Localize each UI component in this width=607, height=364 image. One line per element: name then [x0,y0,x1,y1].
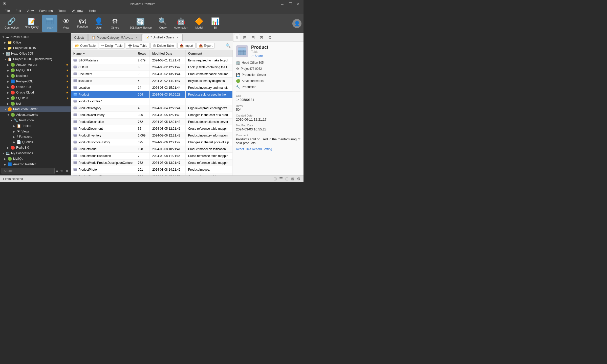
view-list-icon[interactable]: ☰ [279,176,283,182]
table-row[interactable]: Culture 8 2024-03-02 12:21:42 Lookup tab… [71,64,233,71]
star-filter-icon[interactable]: ☆ [60,168,64,173]
table-row[interactable]: ProductInventory 1,069 2024-03-06 12:21:… [71,132,233,139]
table-row[interactable]: ProductModelIllustration 7 2024-03-08 11… [71,153,233,160]
sidebar-item-oracle-cloud[interactable]: ▶ 🔴 Oracle Cloud ★ [0,90,71,95]
menu-edit[interactable]: Edit [13,8,24,13]
toolbar-connection[interactable]: 🔗 Connection [2,15,21,32]
sidebar-item-queries[interactable]: ▶ 📄 Queries [0,139,71,145]
import-button[interactable]: 📥 Import [177,43,196,49]
table-row[interactable]: ProductListPriceHistory 395 2024-03-06 1… [71,139,233,146]
reset-limit-link[interactable]: Reset Limit Record Setting [236,147,300,151]
sidebar-item-mysql81[interactable]: ▶ 🟢 MySQL 8.1 ★ [0,67,71,73]
export-button[interactable]: 📤 Export [197,43,215,49]
toolbar-others[interactable]: ⚙ Others [107,15,123,32]
menu-view[interactable]: View [24,8,36,13]
search-input[interactable] [2,168,55,174]
col-rows[interactable]: Rows [135,50,150,57]
table-row[interactable]: ProductDescription 762 2024-03-05 12:21:… [71,119,233,125]
sidebar-item-production[interactable]: ▼ 🔧 Production [0,118,71,123]
info-tab-info[interactable]: ℹ [234,34,240,41]
toolbar-new-query[interactable]: 📝 New Query [22,15,41,32]
table-row[interactable]: ProductCostHistory 395 2024-03-05 12:21:… [71,112,233,119]
menu-favorites[interactable]: Favorites [37,8,55,13]
table-row[interactable]: ProductProductPhoto 504 2024-03-08 15:21… [71,173,233,176]
cell-name: ProductModelIllustration [71,153,135,160]
design-table-button[interactable]: ✏ Design Table [99,43,125,49]
table-row[interactable]: ProductDocument 32 2024-03-05 12:21:41 C… [71,125,233,132]
menu-file[interactable]: File [2,8,12,13]
sidebar-item-amazon-redshift[interactable]: ▶ 🟦 Amazon Redshift [0,162,71,166]
tab-query-close[interactable]: ✕ [176,36,179,39]
filter-icon[interactable]: ≡ [56,168,59,173]
col-modified[interactable]: Modified Date [149,50,185,57]
toolbar-model[interactable]: 🔶 Model [192,15,207,32]
close-button[interactable]: ✕ [295,1,301,6]
new-table-button[interactable]: ➕ New Table [126,43,149,49]
info-tab-preview[interactable]: ⊟ [249,34,257,41]
table-row[interactable]: Product - Profile 1 [71,98,233,105]
table-row[interactable]: Product 504 2024-03-03 10:55:28 Products… [71,91,233,98]
maximize-button[interactable]: 🗖 [287,1,293,6]
sidebar-item-oracle19c[interactable]: ▶ 🔴 Oracle 19c ★ [0,84,71,90]
info-tab-ddl[interactable]: ⊞ [241,34,248,41]
toolbar-table[interactable]: Table [42,15,57,32]
col-comment[interactable]: Comment [185,50,232,57]
share-link[interactable]: ↗ Share [251,54,268,58]
sidebar-item-views[interactable]: ▶ 👁 Views [0,129,71,134]
menu-window[interactable]: Window [69,8,86,13]
sidebar-item-production-server[interactable]: ▼ 🟠 Production Server [0,106,71,112]
sidebar-item-amazon-aurora[interactable]: ▶ 🟢 Amazon Aurora ★ [0,62,71,67]
toolbar-view[interactable]: 👁 View [58,15,74,32]
toolbar-function[interactable]: f(x) Function [75,15,90,32]
col-name[interactable]: Name ▼ [71,50,135,57]
sidebar-item-office[interactable]: ▶ 📁 Office [0,40,71,45]
tab-objects[interactable]: Objects [71,34,88,41]
sidebar-item-head-office[interactable]: ▼ 🏢 Head Office 305 [0,51,71,56]
sidebar-item-projectdt[interactable]: ▼ 📋 ProjectDT-0052 (marybrown) [0,56,71,62]
open-table-button[interactable]: 📂 Open Table [73,43,98,49]
sidebar-item-project-mh[interactable]: ▶ 📁 Project MH-0015 [0,45,71,51]
sidebar-item-navicat-cloud[interactable]: ▼ ☁ Navicat Cloud [0,34,71,40]
sidebar-item-postgresql[interactable]: ▶ 🟦 PostgreSQL ★ [0,79,71,84]
info-tab-settings[interactable]: ⚙ [266,34,274,41]
tab-product-category[interactable]: 📋 ProductCategory @Adve... ✕ [88,34,142,41]
menu-tools[interactable]: Tools [56,8,69,13]
table-row[interactable]: Document 9 2024-03-02 13:21:44 Product m… [71,71,233,78]
sidebar-item-tables[interactable]: ▶ 📋 Tables [0,123,71,129]
sidebar-item-redis[interactable]: ▶ 🔴 Redis 8.0 [0,145,71,150]
sidebar-item-my-connections[interactable]: ▼ 💻 My Connections [0,150,71,156]
table-row[interactable]: ProductCategory 4 2024-03-04 12:22:44 Hi… [71,105,233,112]
sidebar-item-sqlite3[interactable]: ▶ 🟢 SQLite 3 ★ [0,95,71,101]
table-row[interactable]: ProductPhoto 101 2024-03-08 14:21:49 Pro… [71,166,233,173]
table-row[interactable]: ProductModel 128 2024-03-08 10:21:41 Pro… [71,146,233,153]
search-icon[interactable]: 🔍 [226,43,231,48]
info-tab-more[interactable]: ⊠ [258,34,265,41]
toolbar-bi[interactable]: 📊 BI [208,15,223,32]
delete-table-button[interactable]: 🗑 Delete Table [150,43,176,49]
view-compact-icon[interactable]: ⊠ [291,176,295,182]
toolbar-sql-backup[interactable]: 🔄 SQL Server Backup [127,15,154,32]
info-location-production-server: 💾 Production Server [236,73,300,77]
table-row[interactable]: Location 14 2024-03-03 15:21:44 Product … [71,84,233,91]
table-row[interactable]: ProductModelProductDescriptionCulture 76… [71,160,233,166]
tab-productcategory-close[interactable]: ✕ [135,36,138,39]
toolbar-automation[interactable]: 🤖 Automation [171,15,191,32]
view-grid-icon[interactable]: ⊞ [273,176,277,182]
table-row[interactable]: BillOfMaterials 2,679 2024-03-01 11:21:4… [71,57,233,64]
toolbar-user[interactable]: 👤 User [91,15,106,32]
tab-untitled-query[interactable]: 📝 * Untitled - Query ✕ [142,34,183,41]
sidebar-item-test[interactable]: ▶ 🟢 test [0,101,71,106]
toolbar-query[interactable]: 🔍 Query [155,15,170,32]
menu-help[interactable]: Help [86,8,98,13]
view-settings-icon[interactable]: ⚙ [296,176,301,182]
sidebar-item-adventureworks[interactable]: ▼ 🟢 Adventureworks [0,112,71,118]
collapse-icon[interactable]: ✕ [65,168,69,173]
user-avatar[interactable]: 👤 [292,19,301,28]
sidebar-item-functions[interactable]: ▶ f Functions [0,134,71,139]
table-row[interactable]: illustration 5 2024-03-02 14:21:47 Bicyc… [71,78,233,84]
sidebar-item-label: Views [21,130,30,133]
view-detail-icon[interactable]: ⊟ [285,176,289,182]
sidebar-item-localhost[interactable]: ▶ 🟢 localhost ★ [0,73,71,79]
minimize-button[interactable]: 🗕 [279,1,285,6]
sidebar-item-mysql[interactable]: ▶ 🟢 MySQL [0,156,71,162]
